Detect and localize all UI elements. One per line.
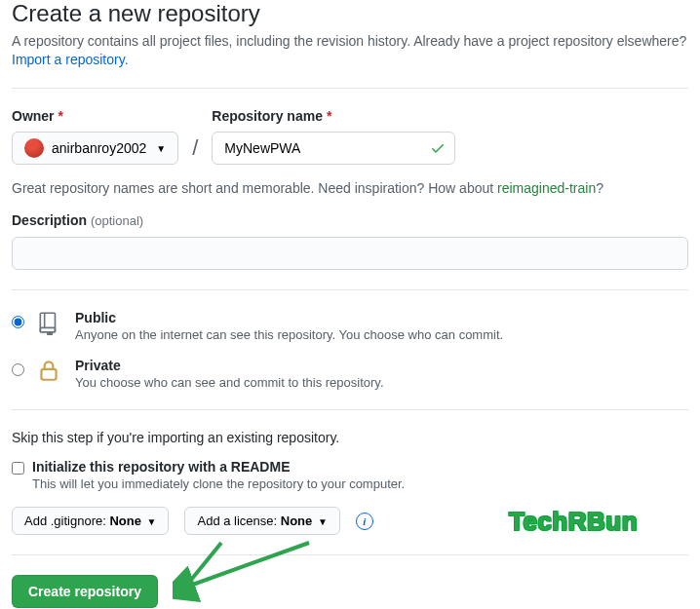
info-icon[interactable]: i xyxy=(356,513,373,530)
repo-icon xyxy=(36,310,63,339)
private-title: Private xyxy=(75,358,384,373)
svg-line-5 xyxy=(187,543,221,585)
private-desc: You choose who can see and commit to thi… xyxy=(75,375,384,390)
valid-check-icon xyxy=(430,140,446,160)
page-subtitle: A repository contains all project files,… xyxy=(12,33,688,49)
private-radio[interactable] xyxy=(12,363,24,376)
repo-name-label: Repository name* xyxy=(212,108,455,124)
owner-username: anirbanroy2002 xyxy=(52,140,146,156)
license-dropdown[interactable]: Add a license: None ▼ xyxy=(184,507,339,535)
suggestion-link[interactable]: reimagined-train xyxy=(497,180,596,196)
owner-select-button[interactable]: anirbanroy2002 ▼ xyxy=(12,132,178,165)
create-repository-button[interactable]: Create repository xyxy=(12,575,158,608)
annotation-arrow-icon xyxy=(173,538,348,608)
public-radio[interactable] xyxy=(12,316,24,328)
divider xyxy=(12,409,688,410)
page-title: Create a new repository xyxy=(12,0,688,27)
owner-repo-separator: / xyxy=(188,135,202,165)
svg-line-4 xyxy=(187,543,309,587)
import-repository-link[interactable]: Import a repository. xyxy=(12,52,129,67)
chevron-down-icon: ▼ xyxy=(156,143,166,154)
name-hint: Great repository names are short and mem… xyxy=(12,180,688,196)
divider xyxy=(12,88,688,89)
divider xyxy=(12,554,688,555)
readme-desc: This will let you immediately clone the … xyxy=(32,476,405,491)
readme-checkbox[interactable] xyxy=(12,462,24,475)
lock-icon xyxy=(36,358,63,387)
avatar xyxy=(24,138,44,158)
readme-title: Initialize this repository with a README xyxy=(32,459,405,475)
chevron-down-icon: ▼ xyxy=(318,516,328,527)
description-input[interactable] xyxy=(12,237,688,270)
divider xyxy=(12,289,688,290)
gitignore-dropdown[interactable]: Add .gitignore: None ▼ xyxy=(12,507,169,535)
chevron-down-icon: ▼ xyxy=(147,516,157,527)
repo-name-input[interactable] xyxy=(212,132,455,165)
owner-label: Owner* xyxy=(12,108,178,124)
svg-rect-2 xyxy=(40,327,55,331)
skip-hint: Skip this step if you're importing an ex… xyxy=(12,430,688,445)
public-title: Public xyxy=(75,310,503,325)
svg-rect-3 xyxy=(41,369,56,380)
description-label: Description (optional) xyxy=(12,212,143,228)
watermark-text: TechRBun xyxy=(509,507,638,537)
public-desc: Anyone on the internet can see this repo… xyxy=(75,327,503,342)
svg-rect-0 xyxy=(40,313,55,332)
